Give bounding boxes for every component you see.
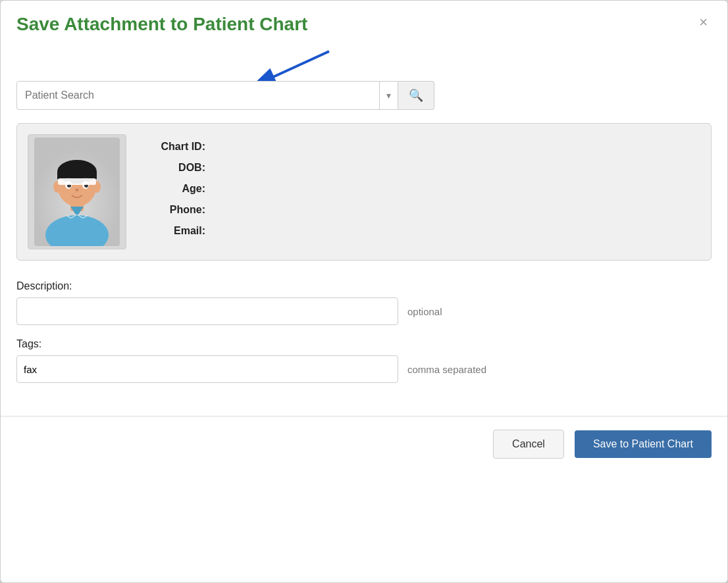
- age-label: Age:: [140, 183, 205, 195]
- description-label: Description:: [16, 280, 712, 292]
- email-label: Email:: [140, 225, 205, 237]
- patient-avatar: [28, 134, 126, 249]
- dob-label: DOB:: [140, 162, 205, 174]
- phone-row: Phone:: [140, 204, 700, 216]
- description-row: optional: [16, 297, 712, 325]
- modal-header: Save Attachment to Patient Chart ×: [16, 14, 712, 35]
- close-button[interactable]: ×: [695, 14, 712, 31]
- search-row: ▾ 🔍: [16, 81, 712, 110]
- patient-search-input[interactable]: [17, 82, 379, 109]
- patient-info-card: Chart ID: DOB: Age: Phone: Email:: [16, 123, 712, 261]
- search-dropdown-button[interactable]: ▾: [379, 82, 398, 109]
- modal-dialog: Save Attachment to Patient Chart × ▾ 🔍: [0, 0, 728, 583]
- svg-rect-15: [58, 178, 96, 185]
- search-icon: 🔍: [409, 88, 423, 103]
- chevron-down-icon: ▾: [386, 90, 391, 101]
- avatar-svg: [34, 138, 120, 246]
- age-row: Age:: [140, 183, 700, 195]
- search-button[interactable]: 🔍: [398, 81, 434, 110]
- cancel-button[interactable]: Cancel: [493, 430, 564, 459]
- chart-id-label: Chart ID:: [140, 141, 205, 153]
- patient-details: Chart ID: DOB: Age: Phone: Email:: [140, 134, 700, 246]
- description-hint: optional: [407, 306, 442, 317]
- email-row: Email:: [140, 225, 700, 237]
- description-input[interactable]: [16, 297, 398, 325]
- search-input-wrapper: ▾: [16, 81, 398, 110]
- description-section: Description: optional: [16, 280, 712, 325]
- phone-label: Phone:: [140, 204, 205, 216]
- tags-label: Tags:: [16, 338, 712, 350]
- tags-input[interactable]: [16, 355, 398, 383]
- tags-section: Tags: comma separated: [16, 338, 712, 383]
- modal-title: Save Attachment to Patient Chart: [16, 14, 307, 35]
- dob-row: DOB:: [140, 162, 700, 174]
- chart-id-row: Chart ID:: [140, 141, 700, 153]
- modal-footer: Cancel Save to Patient Chart: [16, 417, 712, 474]
- tags-hint: comma separated: [407, 364, 486, 375]
- save-to-patient-chart-button[interactable]: Save to Patient Chart: [575, 430, 712, 458]
- tags-row: comma separated: [16, 355, 712, 383]
